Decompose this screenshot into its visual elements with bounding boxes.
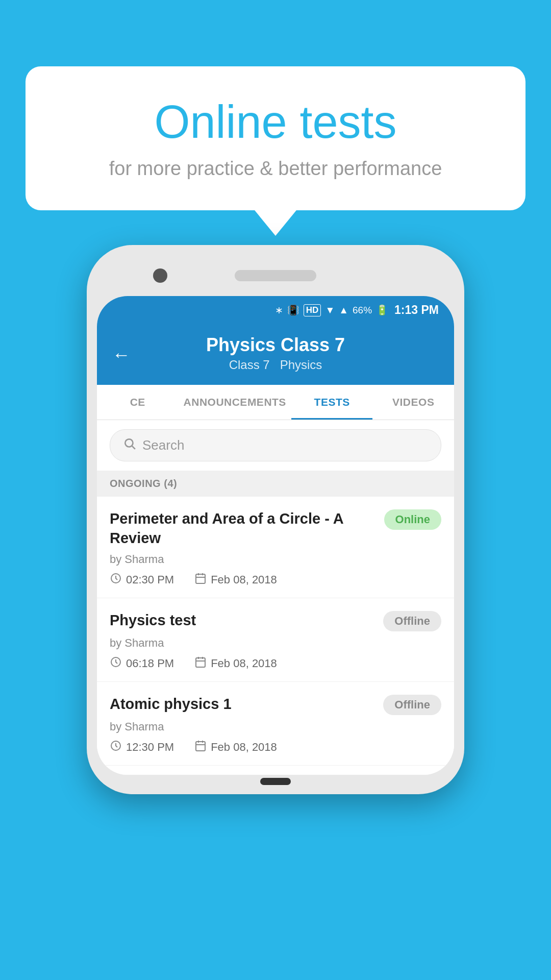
status-badge-2: Offline xyxy=(383,611,441,631)
bluetooth-icon: ∗ xyxy=(275,304,283,316)
tab-videos[interactable]: VIDEOS xyxy=(372,385,454,420)
test-date-value-1: Feb 08, 2018 xyxy=(211,573,277,586)
tab-ce[interactable]: CE xyxy=(97,385,179,420)
back-button[interactable]: ← xyxy=(112,344,131,365)
phone-speaker xyxy=(235,270,316,281)
test-time-value-2: 06:18 PM xyxy=(126,657,174,670)
phone-screen: ∗ 📳 HD ▼ ▲ 66% 🔋 1:13 PM ← Physics Class… xyxy=(97,296,454,775)
test-title-3: Atomic physics 1 xyxy=(110,695,383,714)
clock-icon-2 xyxy=(110,656,122,671)
test-item-2-header: Physics test Offline xyxy=(110,611,441,631)
promo-bubble: Online tests for more practice & better … xyxy=(26,66,525,210)
hd-icon: HD xyxy=(304,304,321,316)
test-meta-2: 06:18 PM Feb 08, 2018 xyxy=(110,656,441,671)
header-subject: Physics xyxy=(280,358,322,372)
status-badge-1: Online xyxy=(384,509,441,530)
test-date-value-3: Feb 08, 2018 xyxy=(211,741,277,754)
test-item-1-header: Perimeter and Area of a Circle - A Revie… xyxy=(110,509,441,548)
test-time-value-1: 02:30 PM xyxy=(126,573,174,586)
test-date-1: Feb 08, 2018 xyxy=(194,572,277,587)
test-time-2: 06:18 PM xyxy=(110,656,174,671)
test-time-value-3: 12:30 PM xyxy=(126,741,174,754)
section-header: ONGOING (4) xyxy=(97,471,454,497)
phone-top-bar xyxy=(97,255,454,296)
tab-announcements[interactable]: ANNOUNCEMENTS xyxy=(179,385,291,420)
calendar-icon-2 xyxy=(194,656,207,671)
phone-bottom xyxy=(97,766,454,775)
test-meta-3: 12:30 PM Feb 08, 2018 xyxy=(110,740,441,755)
header-subtitle: Class 7 Physics xyxy=(112,358,439,372)
signal-icon: ▲ xyxy=(339,305,348,316)
status-icons: ∗ 📳 HD ▼ ▲ 66% 🔋 xyxy=(275,304,388,316)
calendar-icon-3 xyxy=(194,740,207,755)
tab-bar: CE ANNOUNCEMENTS TESTS VIDEOS xyxy=(97,385,454,420)
search-placeholder: Search xyxy=(142,437,184,453)
app-header: ← Physics Class 7 Class 7 Physics xyxy=(97,324,454,385)
camera-icon xyxy=(153,268,167,283)
status-badge-3: Offline xyxy=(383,695,441,715)
bubble-title: Online tests xyxy=(66,97,485,148)
test-time-3: 12:30 PM xyxy=(110,740,174,755)
svg-point-0 xyxy=(125,439,133,447)
test-meta-1: 02:30 PM Feb 08, 2018 xyxy=(110,572,441,587)
battery-percent: 66% xyxy=(353,305,372,316)
header-class: Class 7 xyxy=(229,358,270,372)
test-item-2[interactable]: Physics test Offline by Sharma 06:18 PM xyxy=(97,598,454,682)
svg-rect-13 xyxy=(196,742,205,751)
svg-line-1 xyxy=(132,446,135,449)
clock-icon-3 xyxy=(110,740,122,755)
phone-mockup: ∗ 📳 HD ▼ ▲ 66% 🔋 1:13 PM ← Physics Class… xyxy=(87,245,464,794)
test-time-1: 02:30 PM xyxy=(110,572,174,587)
test-item-1[interactable]: Perimeter and Area of a Circle - A Revie… xyxy=(97,497,454,598)
battery-icon: 🔋 xyxy=(376,304,388,316)
phone-outer: ∗ 📳 HD ▼ ▲ 66% 🔋 1:13 PM ← Physics Class… xyxy=(87,245,464,794)
status-time: 1:13 PM xyxy=(394,303,439,317)
svg-rect-3 xyxy=(196,574,205,583)
clock-icon-1 xyxy=(110,572,122,587)
test-author-2: by Sharma xyxy=(110,636,441,650)
search-container: Search xyxy=(97,420,454,471)
test-date-3: Feb 08, 2018 xyxy=(194,740,277,755)
svg-rect-8 xyxy=(196,658,205,667)
test-date-2: Feb 08, 2018 xyxy=(194,656,277,671)
search-icon xyxy=(123,437,136,454)
test-date-value-2: Feb 08, 2018 xyxy=(211,657,277,670)
test-title-1: Perimeter and Area of a Circle - A Revie… xyxy=(110,509,384,548)
search-box[interactable]: Search xyxy=(110,429,441,461)
calendar-icon-1 xyxy=(194,572,207,587)
wifi-icon: ▼ xyxy=(325,305,335,316)
phone-home-button xyxy=(260,778,291,785)
status-bar: ∗ 📳 HD ▼ ▲ 66% 🔋 1:13 PM xyxy=(97,296,454,324)
test-item-3-header: Atomic physics 1 Offline xyxy=(110,695,441,715)
test-title-2: Physics test xyxy=(110,611,383,630)
header-title: Physics Class 7 xyxy=(112,334,439,356)
bubble-card: Online tests for more practice & better … xyxy=(26,66,525,210)
test-item-3[interactable]: Atomic physics 1 Offline by Sharma 12:30… xyxy=(97,682,454,766)
vibrate-icon: 📳 xyxy=(287,304,299,316)
test-author-1: by Sharma xyxy=(110,553,441,566)
test-author-3: by Sharma xyxy=(110,720,441,733)
bubble-subtitle: for more practice & better performance xyxy=(66,158,485,180)
tab-tests[interactable]: TESTS xyxy=(291,385,373,420)
